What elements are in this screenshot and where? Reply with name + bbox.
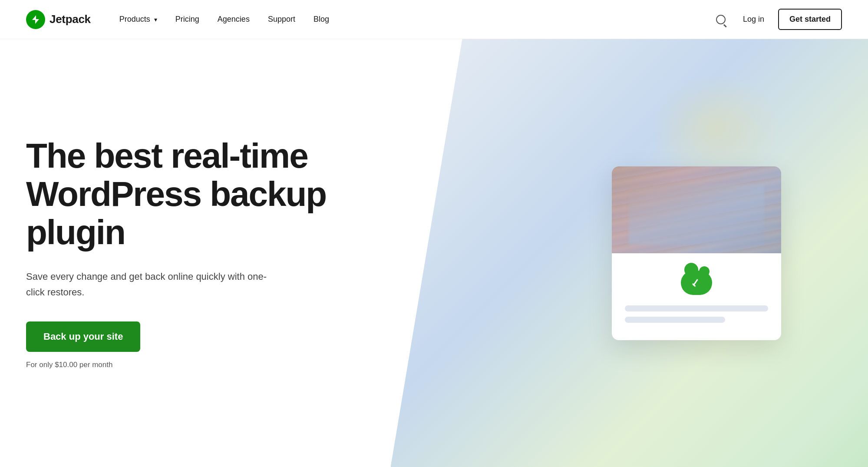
card-line-1 — [625, 305, 768, 311]
logo-icon — [26, 10, 45, 29]
header-left: Jetpack Products ▾ Pricing Agencies Supp… — [26, 10, 336, 29]
hero-title: The best real-time WordPress backup plug… — [26, 137, 386, 252]
cloud-success-icon — [681, 271, 712, 295]
jetpack-bolt-icon — [30, 14, 41, 25]
svg-marker-0 — [32, 15, 39, 24]
hero-section: The best real-time WordPress backup plug… — [0, 39, 868, 467]
card-image — [612, 166, 781, 253]
main-nav: Products ▾ Pricing Agencies Support Blog — [112, 11, 336, 27]
price-note: For only $10.00 per month — [26, 361, 386, 369]
header: Jetpack Products ▾ Pricing Agencies Supp… — [0, 0, 868, 39]
hero-content: The best real-time WordPress backup plug… — [0, 137, 413, 369]
header-right: Log in Get started — [713, 9, 842, 30]
search-button[interactable] — [713, 11, 729, 28]
nav-blog[interactable]: Blog — [307, 11, 336, 27]
nav-support[interactable]: Support — [261, 11, 302, 27]
nav-agencies[interactable]: Agencies — [211, 11, 257, 27]
backup-cta-button[interactable]: Back up your site — [26, 321, 140, 352]
hero-card-wrapper — [612, 166, 781, 340]
card-body — [612, 253, 781, 340]
checkmark-icon — [690, 277, 703, 289]
hero-card — [612, 166, 781, 340]
card-lines — [625, 305, 768, 323]
get-started-button[interactable]: Get started — [778, 9, 842, 30]
logo-wordmark: Jetpack — [50, 13, 91, 26]
logo[interactable]: Jetpack — [26, 10, 91, 29]
hero-subtitle: Save every change and get back online qu… — [26, 269, 269, 299]
nav-pricing[interactable]: Pricing — [168, 11, 206, 27]
search-icon — [716, 15, 726, 24]
chevron-down-icon: ▾ — [154, 17, 157, 23]
login-button[interactable]: Log in — [738, 11, 769, 27]
card-line-2 — [625, 317, 725, 323]
nav-products[interactable]: Products ▾ — [112, 11, 164, 27]
